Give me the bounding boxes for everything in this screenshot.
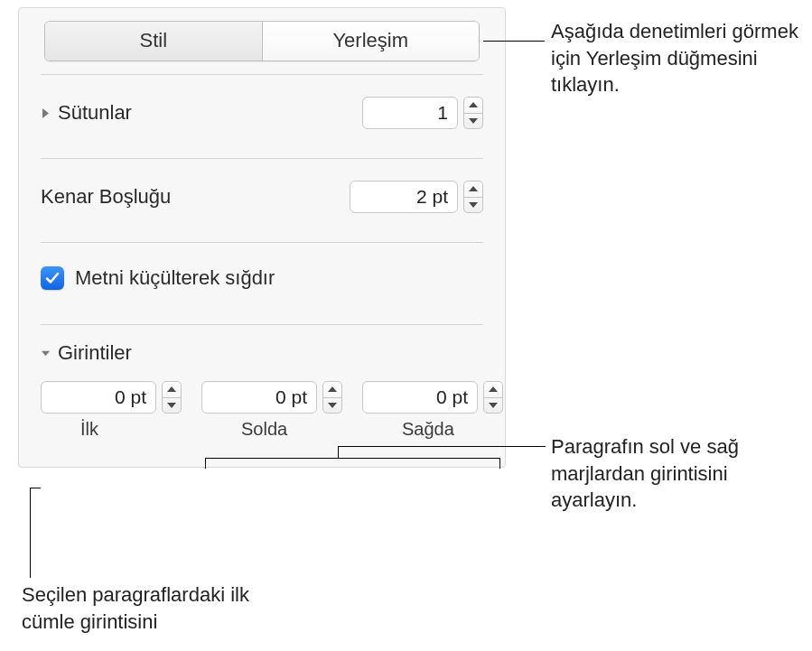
indent-first-stepper bbox=[41, 381, 182, 414]
indent-right-group: Sağda bbox=[362, 381, 503, 440]
indent-left-input[interactable] bbox=[201, 381, 317, 414]
indents-label: Girintiler bbox=[58, 341, 132, 365]
indent-left-group: Solda bbox=[201, 381, 342, 440]
stepper-down-icon[interactable] bbox=[163, 398, 181, 414]
shrink-label: Metni küçülterek sığdır bbox=[75, 266, 275, 290]
callout-line bbox=[483, 41, 545, 42]
stepper-up-icon[interactable] bbox=[163, 382, 181, 398]
indent-left-arrows bbox=[322, 381, 342, 414]
margin-stepper bbox=[350, 181, 483, 213]
margin-row: Kenar Boşluğu bbox=[19, 159, 505, 229]
tab-yerlesim[interactable]: Yerleşim bbox=[263, 22, 480, 60]
indent-first-arrows bbox=[162, 381, 182, 414]
stepper-down-icon[interactable] bbox=[464, 114, 482, 129]
callout-top: Aşağıda denetimleri görmek için Yerleşim… bbox=[551, 18, 804, 98]
stepper-up-icon[interactable] bbox=[484, 382, 502, 398]
columns-row: Sütunlar bbox=[19, 75, 505, 145]
bracket-line bbox=[205, 458, 499, 459]
indent-right-input[interactable] bbox=[362, 381, 478, 414]
indents-header: Girintiler bbox=[19, 325, 505, 376]
shrink-checkbox[interactable] bbox=[41, 266, 64, 290]
indents-row: İlk Solda Sağda bbox=[19, 376, 505, 440]
shrink-row: Metni küçülterek sığdır bbox=[19, 243, 505, 312]
callout-line bbox=[30, 488, 41, 488]
tab-stil-label: Stil bbox=[139, 29, 167, 51]
bracket-line bbox=[338, 446, 339, 458]
check-icon bbox=[45, 271, 60, 285]
indent-first-input[interactable] bbox=[41, 381, 156, 414]
tab-segment: Stil Yerleşim bbox=[44, 21, 480, 61]
bracket-line bbox=[499, 458, 500, 469]
margin-label: Kenar Boşluğu bbox=[41, 185, 171, 209]
chevron-right-icon[interactable] bbox=[41, 108, 51, 118]
callout-middle: Paragrafın sol ve sağ marjlardan girinti… bbox=[551, 433, 804, 514]
indent-right-label: Sağda bbox=[402, 419, 454, 440]
tab-yerlesim-label: Yerleşim bbox=[332, 29, 408, 51]
indent-left-label: Solda bbox=[241, 419, 287, 440]
columns-label: Sütunlar bbox=[58, 101, 132, 125]
callout-line bbox=[30, 488, 31, 578]
tab-stil[interactable]: Stil bbox=[45, 22, 263, 60]
indent-right-arrows bbox=[483, 381, 503, 414]
columns-stepper-arrows bbox=[463, 97, 483, 129]
margin-input[interactable] bbox=[350, 181, 458, 213]
stepper-down-icon[interactable] bbox=[464, 198, 482, 213]
chevron-down-icon[interactable] bbox=[41, 349, 51, 358]
indent-first-label: İlk bbox=[80, 419, 98, 440]
layout-panel: Stil Yerleşim Sütunlar Kenar Boşluğu bbox=[18, 7, 506, 468]
callout-bottom: Seçilen paragraflardaki ilk cümle girint… bbox=[22, 581, 302, 635]
indent-left-stepper bbox=[201, 381, 342, 414]
stepper-down-icon[interactable] bbox=[484, 398, 502, 414]
stepper-up-icon[interactable] bbox=[323, 382, 341, 398]
stepper-up-icon[interactable] bbox=[464, 98, 482, 114]
stepper-down-icon[interactable] bbox=[323, 398, 341, 414]
columns-stepper bbox=[362, 97, 483, 129]
margin-stepper-arrows bbox=[463, 181, 483, 213]
indent-first-group: İlk bbox=[41, 381, 182, 440]
indent-right-stepper bbox=[362, 381, 503, 414]
stepper-up-icon[interactable] bbox=[464, 181, 482, 198]
bracket-line bbox=[338, 446, 546, 447]
columns-input[interactable] bbox=[362, 97, 458, 129]
bracket-line bbox=[205, 458, 206, 469]
